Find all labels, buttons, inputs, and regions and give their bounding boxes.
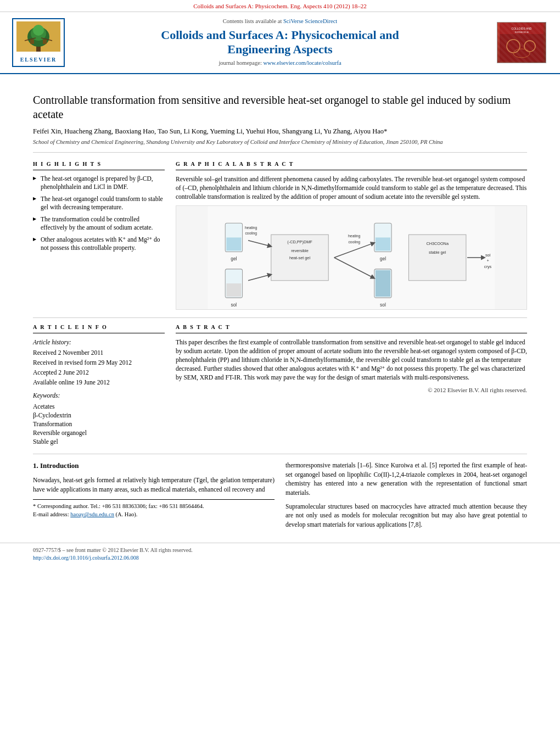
svg-text:crys: crys: [484, 264, 492, 269]
email-label: E-mail address:: [33, 511, 70, 517]
keywords-section: Keywords: Acetates β-Cyclodextrin Transf…: [33, 391, 165, 446]
svg-rect-9: [500, 23, 544, 62]
svg-rect-18: [226, 237, 241, 250]
svg-rect-8: [43, 40, 47, 44]
svg-text:heating: heating: [245, 226, 257, 230]
contents-label: Contents lists available at: [223, 18, 283, 24]
highlights-header: H I G H L I G H T S: [33, 160, 165, 170]
article-info-abstract-section: A R T I C L E I N F O Article history: R…: [33, 317, 527, 446]
svg-rect-21: [226, 283, 241, 297]
keyword-1: Acetates: [33, 402, 165, 411]
highlight-item-1: The heat-set organogel is prepared by β-…: [33, 175, 165, 192]
available-date: Available online 19 June 2012: [33, 378, 165, 387]
bottom-bar: 0927-7757/$ – see front matter © 2012 El…: [0, 543, 560, 565]
email-suffix: (A. Hao).: [116, 511, 138, 517]
journal-header: ELSEVIER Contents lists available at Sci…: [0, 12, 560, 74]
intro-right-col: thermoresponsive materials [1–6]. Since …: [285, 461, 527, 534]
revised-date: Received in revised form 29 May 2012: [33, 358, 165, 367]
cover-art-icon: COLLOIDS AND SURFACES A: [500, 23, 544, 62]
svg-text:+: +: [486, 258, 489, 263]
svg-text:gel: gel: [231, 256, 237, 261]
elsevier-logo: ELSEVIER: [11, 18, 66, 66]
elsevier-logo-box: ELSEVIER: [12, 18, 65, 66]
keyword-2: β-Cyclodextrin: [33, 411, 165, 420]
svg-text:heat-set gel: heat-set gel: [289, 255, 311, 260]
homepage-label: journal homepage:: [219, 60, 263, 66]
highlight-item-3: The transformation could be controlled e…: [33, 215, 165, 232]
journal-cover-image: COLLOIDS AND SURFACES A: [497, 22, 546, 63]
journal-title: Colloids and Surfaces A: Physicochemical…: [71, 28, 489, 57]
svg-rect-10: [500, 23, 544, 34]
highlights-list: The heat-set organogel is prepared by β-…: [33, 175, 165, 253]
svg-rect-32: [376, 237, 390, 250]
svg-text:stable gel: stable gel: [429, 250, 446, 255]
highlights-column: H I G H L I G H T S The heat-set organog…: [33, 160, 165, 310]
email-line: E-mail address: haoay@sdu.edu.cn (A. Hao…: [33, 510, 275, 518]
footnote-area: * Corresponding author. Tel.: +86 531 88…: [33, 499, 275, 518]
keyword-4: Reversible organogel: [33, 428, 165, 437]
svg-text:reversible: reversible: [291, 248, 309, 253]
abstract-column: A B S T R A C T This paper describes the…: [176, 323, 527, 446]
svg-text:cooling: cooling: [348, 240, 360, 244]
paper-title: Controllable transformation from sensiti…: [33, 93, 527, 121]
copyright-line: © 2012 Elsevier B.V. All rights reserved…: [176, 386, 527, 394]
journal-citation: Colloids and Surfaces A: Physicochem. En…: [193, 3, 367, 9]
email-link[interactable]: haoay@sdu.edu.cn: [70, 511, 114, 517]
homepage-line: journal homepage: www.elsevier.com/locat…: [71, 59, 489, 68]
graphical-abstract-column: G R A P H I C A L A B S T R A C T Revers…: [176, 160, 527, 310]
section-divider: [33, 454, 527, 454]
main-content: Controllable transformation from sensiti…: [0, 74, 560, 543]
affiliation: School of Chemistry and Chemical Enginee…: [33, 138, 527, 153]
keyword-5: Stable gel: [33, 437, 165, 446]
svg-text:sol: sol: [380, 302, 386, 308]
svg-text:(-CD,PP)DMF: (-CD,PP)DMF: [287, 239, 312, 244]
abstract-header: A B S T R A C T: [176, 323, 527, 333]
intro-left-para1: Nowadays, heat-set gels formed at relati…: [33, 476, 275, 494]
doi-link[interactable]: http://dx.doi.org/10.1016/j.colsurfa.201…: [33, 555, 139, 561]
svg-point-14: [524, 41, 535, 52]
elsevier-wordmark: ELSEVIER: [16, 56, 60, 64]
graphical-abstract-text: Reversible sol–gel transition and differ…: [176, 175, 527, 201]
svg-point-13: [507, 40, 520, 53]
svg-text:gel: gel: [380, 256, 386, 261]
svg-text:heating: heating: [348, 234, 360, 238]
received-date: Received 2 November 2011: [33, 348, 165, 357]
intro-right-para2: Supramolecular structures based on macro…: [285, 502, 527, 529]
journal-header-center: Contents lists available at SciVerse Sci…: [71, 18, 489, 67]
article-history-label: Article history:: [33, 338, 165, 347]
svg-point-4: [33, 25, 44, 36]
svg-text:sol: sol: [231, 302, 237, 308]
contents-line: Contents lists available at SciVerse Sci…: [71, 18, 489, 26]
homepage-link[interactable]: www.elsevier.com/locate/colsurfa: [263, 60, 341, 66]
highlight-item-4: Other analogous acetates with K⁺ and Mg²…: [33, 236, 165, 253]
svg-text:cooling: cooling: [245, 231, 257, 236]
keywords-label: Keywords:: [33, 391, 165, 400]
svg-rect-7: [30, 40, 34, 44]
svg-text:SURFACES A: SURFACES A: [514, 31, 528, 34]
authors-line: Feifei Xin, Huacheng Zhang, Baoxiang Hao…: [33, 127, 527, 137]
highlights-graphical-section: H I G H L I G H T S The heat-set organog…: [33, 160, 527, 310]
article-info-header: A R T I C L E I N F O: [33, 323, 165, 333]
graphical-abstract-header: G R A P H I C A L A B S T R A C T: [176, 160, 527, 170]
corresponding-author: * Corresponding author. Tel.: +86 531 88…: [33, 502, 275, 510]
elsevier-tree-icon: [16, 21, 60, 52]
svg-point-15: [513, 49, 530, 58]
svg-text:sol: sol: [485, 253, 491, 258]
sciverse-link[interactable]: SciVerse ScienceDirect: [283, 18, 337, 24]
abstract-text: This paper describes the first example o…: [176, 338, 527, 382]
ga-diagram-svg: gel sol (-CD,PP)DMF reversible heat-set …: [176, 206, 527, 309]
highlight-item-2: The heat-set organogel could transform t…: [33, 195, 165, 212]
article-info-column: A R T I C L E I N F O Article history: R…: [33, 323, 165, 446]
svg-text:COLLOIDS AND: COLLOIDS AND: [512, 27, 532, 30]
journal-logo-right: COLLOIDS AND SURFACES A: [494, 22, 549, 63]
journal-citation-bar: Colloids and Surfaces A: Physicochem. En…: [0, 0, 560, 12]
svg-rect-35: [376, 270, 390, 297]
intro-left-col: 1. Introduction Nowadays, heat-set gels …: [33, 461, 275, 534]
svg-text:CH3COONa: CH3COONa: [426, 241, 449, 246]
accepted-date: Accepted 2 June 2012: [33, 368, 165, 377]
introduction-section: 1. Introduction Nowadays, heat-set gels …: [33, 461, 527, 534]
graphical-abstract-image: gel sol (-CD,PP)DMF reversible heat-set …: [176, 205, 527, 310]
intro-heading: 1. Introduction: [33, 461, 275, 471]
intro-right-para1: thermoresponsive materials [1–6]. Since …: [285, 461, 527, 498]
keyword-3: Transformation: [33, 420, 165, 428]
